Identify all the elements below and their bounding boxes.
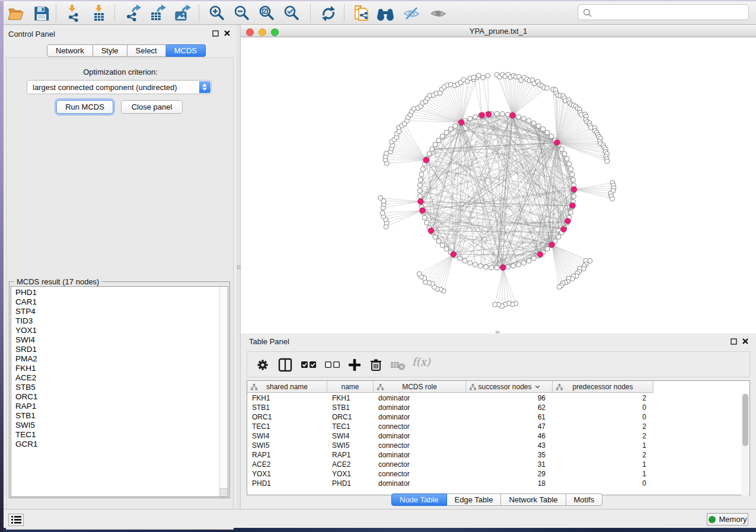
vertical-splitter-handle[interactable] xyxy=(237,265,241,269)
optimization-criterion-select[interactable]: largest connected component (undirected) xyxy=(27,80,212,94)
import-network-button[interactable] xyxy=(64,4,83,23)
mcds-result-item: TID3 xyxy=(11,316,228,326)
mcds-result-item: PMA2 xyxy=(11,354,228,364)
export-table-button[interactable] xyxy=(149,4,168,23)
column-header-name[interactable]: name xyxy=(327,381,374,392)
cell: PHD1 xyxy=(247,479,327,488)
table-row[interactable]: YOX1YOX1connector291 xyxy=(247,469,661,479)
close-icon[interactable] xyxy=(224,30,231,37)
mcds-result-item: RAP1 xyxy=(11,402,228,411)
export-network-button[interactable] xyxy=(124,4,143,23)
column-header-shared-name[interactable]: shared name xyxy=(247,381,327,392)
tab-network-table[interactable]: Network Table xyxy=(501,493,566,506)
table-row[interactable]: ORC1ORC1dominator610 xyxy=(247,412,661,422)
cell: ACE2 xyxy=(247,460,327,469)
export-image-button[interactable] xyxy=(174,4,193,23)
main-toolbar xyxy=(4,1,756,25)
mcds-list-scrollbar[interactable] xyxy=(219,287,228,496)
cell: connector xyxy=(374,422,466,431)
tab-style[interactable]: Style xyxy=(93,44,127,57)
tab-network[interactable]: Network xyxy=(47,44,93,57)
select-all-button[interactable] xyxy=(301,358,317,374)
sort-descending-icon xyxy=(535,385,540,389)
mcds-result-item: SRD1 xyxy=(11,345,228,354)
deselect-all-button[interactable] xyxy=(324,358,341,374)
desktop-background: Control PanelNetworkStyleSelectMCDSOptim… xyxy=(0,0,756,532)
tab-node-table[interactable]: Node Table xyxy=(391,493,447,506)
cell: 2 xyxy=(553,422,653,431)
table-row[interactable]: ACE2ACE2connector311 xyxy=(247,460,661,469)
table-row[interactable]: RAP1RAP1dominator352 xyxy=(247,450,661,460)
toolbar-separator xyxy=(56,5,56,21)
toolbar-separator xyxy=(344,5,344,21)
clone-network-button[interactable] xyxy=(352,4,371,23)
table-row[interactable]: FKH1FKH1dominator962 xyxy=(247,393,661,403)
import-network-icon xyxy=(64,4,83,23)
export-network-icon xyxy=(124,4,143,23)
zoom-in-button[interactable] xyxy=(208,4,227,23)
cell: connector xyxy=(374,460,466,469)
tab-select[interactable]: Select xyxy=(127,44,166,57)
mcds-result-list[interactable]: PHD1CAR1STP4TID3YOX1SWI4SRD1PMA2FKH1ACE2… xyxy=(11,286,228,497)
cell: 1 xyxy=(553,469,653,479)
cell: 18 xyxy=(466,479,553,488)
tab-edge-table[interactable]: Edge Table xyxy=(447,493,502,506)
delete-column-button[interactable] xyxy=(390,358,406,374)
show-column-button[interactable] xyxy=(278,358,292,374)
mcds-list-scroll-corner xyxy=(219,488,228,496)
table-scrollbar-thumb[interactable] xyxy=(742,394,748,446)
table-row[interactable]: STB1STB1dominator620 xyxy=(247,403,661,412)
hide-selected-button[interactable] xyxy=(402,4,421,23)
table-row[interactable]: PHD1PHD1dominator180 xyxy=(247,479,661,488)
tab-motifs[interactable]: Motifs xyxy=(566,493,603,506)
dropdown-spinner xyxy=(199,81,210,93)
task-history-button[interactable] xyxy=(8,514,24,526)
tab-mcds[interactable]: MCDS xyxy=(166,44,206,57)
table-row[interactable]: SWI5SWI5connector431 xyxy=(247,441,661,450)
table-row[interactable]: TEC1TEC1connector472 xyxy=(247,422,661,431)
run-mcds-button[interactable]: Run MCDS xyxy=(56,100,113,114)
column-label: predecessor nodes xyxy=(572,383,633,391)
cell: 1 xyxy=(553,441,653,450)
cell: ORC1 xyxy=(327,412,374,422)
cell: YOX1 xyxy=(247,469,327,479)
zoom-out-icon xyxy=(232,4,251,23)
float-icon[interactable] xyxy=(731,338,737,345)
save-session-button[interactable] xyxy=(32,4,51,23)
add-row-button[interactable] xyxy=(347,358,362,374)
mcds-panel: Optimization criterion:largest connected… xyxy=(6,57,234,530)
show-all-button[interactable] xyxy=(429,4,448,23)
column-header-predecessor-nodes[interactable]: predecessor nodes xyxy=(553,381,653,392)
memory-button[interactable]: Memory xyxy=(707,513,748,525)
table-options-button[interactable] xyxy=(256,358,270,374)
cell: 35 xyxy=(466,450,553,460)
float-icon[interactable] xyxy=(212,30,219,37)
close-icon[interactable] xyxy=(742,338,749,345)
cell: dominator xyxy=(374,450,466,460)
panel-window-buttons xyxy=(731,338,749,345)
refresh-view-button[interactable] xyxy=(319,4,338,23)
column-header-successor-nodes[interactable]: successor nodes xyxy=(466,381,553,392)
zoom-out-button[interactable] xyxy=(232,4,251,23)
search-input[interactable] xyxy=(578,4,749,20)
import-table-button[interactable] xyxy=(90,4,109,23)
mcds-result-item: GCR1 xyxy=(11,440,228,449)
zoom-in-icon xyxy=(208,4,227,23)
table-row[interactable]: SWI4SWI4dominator462 xyxy=(247,431,661,441)
open-file-button[interactable] xyxy=(7,4,25,23)
close-panel-button[interactable]: Close panel xyxy=(121,100,183,114)
cell: dominator xyxy=(374,412,466,422)
zoom-selected-button[interactable] xyxy=(282,4,301,23)
zoom-fit-button[interactable] xyxy=(257,4,276,23)
cell: FKH1 xyxy=(247,393,327,403)
table-header: shared namenameMCDS rolesuccessor nodesp… xyxy=(247,381,653,393)
network-canvas[interactable] xyxy=(241,37,756,334)
panel-window-buttons xyxy=(212,30,231,37)
first-neighbors-button[interactable] xyxy=(376,4,395,23)
delete-row-button[interactable] xyxy=(369,358,383,374)
column-header-MCDS-role[interactable]: MCDS role xyxy=(374,381,466,392)
cell: 46 xyxy=(466,431,553,441)
table-scrollbar[interactable] xyxy=(741,393,749,495)
node-table: shared namenameMCDS rolesuccessor nodesp… xyxy=(247,380,750,495)
cell: 29 xyxy=(466,469,553,479)
